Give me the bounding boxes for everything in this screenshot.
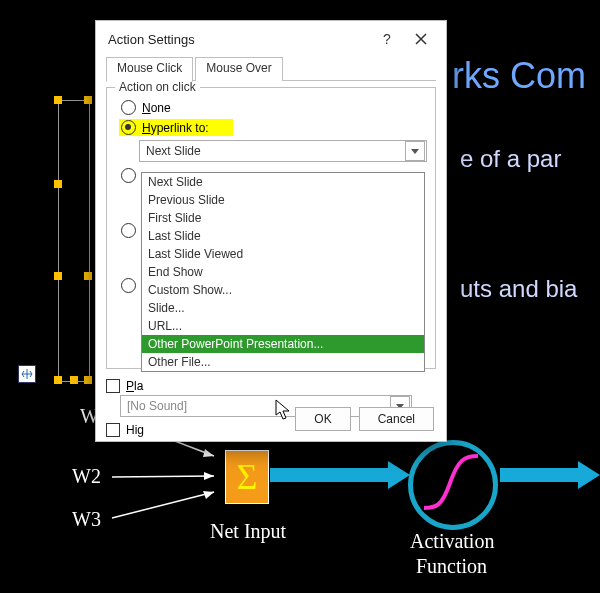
selection-handle[interactable] (84, 272, 92, 280)
slide-subtitle-2: uts and bia (460, 275, 577, 303)
dd-item-slide[interactable]: Slide... (142, 299, 424, 317)
dd-item-first-slide[interactable]: First Slide (142, 209, 424, 227)
dialog-buttons: OK Cancel (295, 407, 434, 431)
hyperlink-dropdown-list[interactable]: Next Slide Previous Slide First Slide La… (141, 172, 425, 372)
selection-handle[interactable] (84, 376, 92, 384)
svg-line-2 (112, 476, 214, 477)
slide-subtitle-1: e of a par (460, 145, 561, 173)
svg-marker-5 (203, 491, 214, 499)
hyperlink-dropdown-value: Next Slide (140, 144, 404, 158)
arrow-w3 (112, 491, 214, 518)
svg-marker-3 (204, 472, 214, 480)
tab-strip: Mouse Click Mouse Over (96, 57, 446, 81)
action-settings-dialog: Action Settings ? Mouse Click Mouse Over… (95, 20, 447, 442)
sigmoid-curve (416, 448, 486, 518)
thick-arrow-1 (270, 468, 390, 482)
sigma-symbol: Σ (237, 459, 258, 495)
dd-item-last-slide[interactable]: Last Slide (142, 227, 424, 245)
svg-line-4 (112, 492, 214, 518)
arrow-w2 (112, 472, 214, 480)
thick-arrowhead-1 (388, 461, 410, 489)
option-none[interactable]: None (121, 100, 427, 115)
action-on-click-group: Action on click None Hyperlink to: Next … (106, 87, 436, 369)
dd-item-url[interactable]: URL... (142, 317, 424, 335)
checkbox-highlight[interactable] (106, 423, 120, 437)
group-legend: Action on click (115, 80, 200, 94)
tab-mouse-click[interactable]: Mouse Click (106, 57, 193, 82)
weight-label: W2 (72, 465, 101, 488)
thick-arrow-2 (500, 468, 580, 482)
dd-item-next-slide[interactable]: Next Slide (142, 173, 424, 191)
play-sound-row[interactable]: Pla (106, 379, 436, 393)
dd-item-other-file[interactable]: Other File... (142, 353, 424, 371)
selection-handle[interactable] (54, 96, 62, 104)
dd-item-end-show[interactable]: End Show (142, 263, 424, 281)
tab-mouse-over[interactable]: Mouse Over (195, 57, 282, 81)
dropdown-button[interactable] (405, 141, 425, 161)
highlight-click-label: Hig (126, 423, 144, 437)
ok-button[interactable]: OK (295, 407, 350, 431)
slide-title-right: rks Com (452, 55, 586, 97)
dd-item-last-slide-viewed[interactable]: Last Slide Viewed (142, 245, 424, 263)
option-none-label: None (142, 101, 171, 115)
weight-label: W3 (72, 508, 101, 531)
selection-handle[interactable] (70, 376, 78, 384)
dialog-titlebar[interactable]: Action Settings ? (96, 21, 446, 57)
selection-handle[interactable] (54, 272, 62, 280)
activation-label: Activation (410, 530, 494, 553)
dd-item-other-ppt[interactable]: Other PowerPoint Presentation... (142, 335, 424, 353)
radio-hyperlink[interactable] (121, 120, 136, 135)
chevron-down-icon (411, 149, 419, 154)
help-button[interactable]: ? (370, 25, 404, 53)
checkbox-play-sound[interactable] (106, 379, 120, 393)
radio-none[interactable] (121, 100, 136, 115)
net-input-label: Net Input (210, 520, 286, 543)
cancel-button[interactable]: Cancel (359, 407, 434, 431)
play-sound-label: Pla (126, 379, 143, 393)
selection-outline (58, 100, 90, 382)
radio-run-macro[interactable] (121, 223, 136, 238)
sigma-box: Σ (225, 450, 269, 504)
dd-item-custom-show[interactable]: Custom Show... (142, 281, 424, 299)
thick-arrowhead-2 (578, 461, 600, 489)
close-icon (415, 33, 427, 45)
radio-run-program[interactable] (121, 168, 136, 183)
selection-handle[interactable] (54, 376, 62, 384)
option-hyperlink[interactable]: Hyperlink to: (119, 119, 233, 136)
paragraph-anchor-icon (18, 365, 36, 383)
selection-handle[interactable] (54, 180, 62, 188)
hyperlink-dropdown[interactable]: Next Slide (139, 140, 427, 162)
dd-item-previous-slide[interactable]: Previous Slide (142, 191, 424, 209)
close-button[interactable] (404, 25, 438, 53)
function-label: Function (416, 555, 487, 578)
selection-handle[interactable] (84, 96, 92, 104)
svg-marker-1 (203, 449, 214, 457)
dialog-title: Action Settings (108, 32, 370, 47)
radio-object-action[interactable] (121, 278, 136, 293)
option-hyperlink-label: Hyperlink to: (142, 121, 209, 135)
